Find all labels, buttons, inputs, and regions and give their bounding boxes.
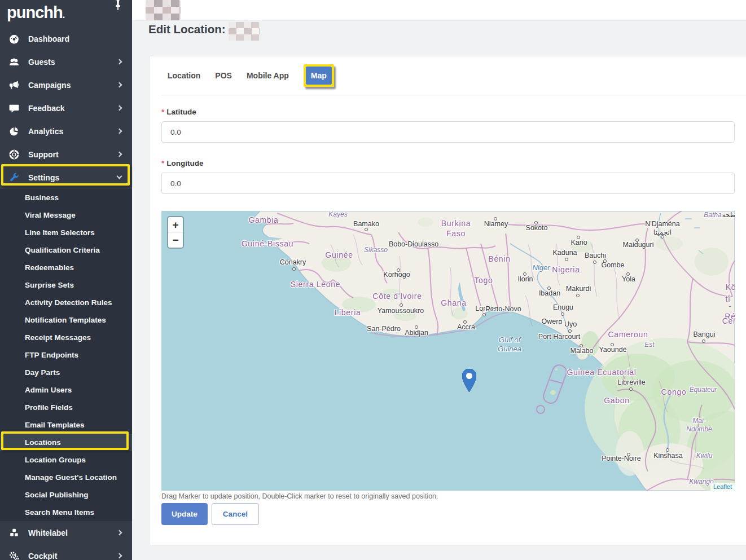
map-attribution: Leaflet <box>710 483 735 491</box>
comment-icon <box>9 103 19 113</box>
sidebar-item-label: Analytics <box>28 127 63 136</box>
redacted-blur <box>229 22 260 41</box>
chevron-right-icon <box>117 129 122 134</box>
sidebar-item-cockpit[interactable]: Cockpit <box>0 544 132 560</box>
sidebar-item-business[interactable]: Business <box>0 189 132 206</box>
map-marker[interactable] <box>462 369 476 394</box>
tab-map[interactable]: Map <box>306 67 332 85</box>
dashboard-icon <box>9 34 19 44</box>
sidebar-item-social-publishing[interactable]: Social Publishing <box>0 486 132 504</box>
sidebar-item-receipt-messages[interactable]: Receipt Messages <box>0 329 132 346</box>
settings-submenu: BusinessViral MessageLine Item Selectors… <box>0 189 132 521</box>
pin-sidebar-icon[interactable] <box>113 0 123 12</box>
sidebar-item-whitelabel[interactable]: Whitelabel <box>0 521 132 544</box>
sidebar-item-campaigns[interactable]: Campaigns <box>0 73 132 96</box>
sidebar-item-activity-detection-rules[interactable]: Activity Detection Rules <box>0 294 132 311</box>
longitude-label: *Longitude <box>161 159 204 167</box>
tab-mobile-app[interactable]: Mobile App <box>247 66 289 85</box>
sidebar-item-analytics[interactable]: Analytics <box>0 120 132 143</box>
page-title: Edit Location: <box>148 23 226 36</box>
required-mark: * <box>161 108 164 116</box>
longitude-input[interactable] <box>161 173 735 194</box>
sidebar-item-label: Guests <box>28 58 55 67</box>
latitude-label: *Latitude <box>161 108 196 116</box>
sidebar-item-guests[interactable]: Guests <box>0 50 132 73</box>
sidebar-item-label: Feedback <box>28 104 65 113</box>
sidebar-item-feedback[interactable]: Feedback <box>0 96 132 120</box>
sidebar-item-label: Campaigns <box>28 81 71 90</box>
sidebar-item-viral-message[interactable]: Viral Message <box>0 206 132 224</box>
sidebar-item-admin-users[interactable]: Admin Users <box>0 381 132 399</box>
chevron-right-icon <box>117 105 122 111</box>
edit-location-card: Location POS Mobile App Map *Latitude *L… <box>149 56 746 545</box>
update-button[interactable]: Update <box>161 503 208 525</box>
tab-location[interactable]: Location <box>168 66 200 85</box>
sidebar-item-notification-templates[interactable]: Notification Templates <box>0 311 132 329</box>
sidebar: punchh. Dashboard Guests Campaigns Feedb… <box>0 0 132 560</box>
map-base-layer <box>161 211 735 491</box>
sidebar-item-redeemables[interactable]: Redeemables <box>0 259 132 276</box>
life-ring-icon <box>9 149 19 160</box>
sidebar-item-label: Dashboard <box>28 34 69 43</box>
main-content: Edit Location: Location POS Mobile App M… <box>132 0 746 560</box>
sidebar-item-email-templates[interactable]: Email Templates <box>0 416 132 434</box>
sidebar-item-label: Support <box>28 150 59 159</box>
sidebar-item-locations[interactable]: Locations <box>0 434 132 451</box>
map-zoom-control: + − <box>167 216 184 249</box>
sidebar-item-label: Cockpit <box>28 552 57 560</box>
sidebar-item-manage-guest-s-location[interactable]: Manage Guest's Location <box>0 469 132 486</box>
required-mark: * <box>161 159 164 167</box>
wrench-icon <box>9 173 19 183</box>
chevron-right-icon <box>117 530 122 536</box>
sidebar-item-search-menu-items[interactable]: Search Menu Items <box>0 504 132 521</box>
gears-icon <box>9 551 19 560</box>
annotation-highlight-map-tab: Map <box>304 64 334 87</box>
megaphone-icon <box>9 80 19 90</box>
zoom-out-button[interactable]: − <box>168 232 183 248</box>
sidebar-item-line-item-selectors[interactable]: Line Item Selectors <box>0 224 132 241</box>
cancel-button[interactable]: Cancel <box>212 503 259 525</box>
chevron-right-icon <box>117 152 122 157</box>
sidebar-item-location-groups[interactable]: Location Groups <box>0 451 132 469</box>
chevron-right-icon <box>117 59 122 65</box>
chevron-right-icon <box>117 82 122 88</box>
divider <box>161 95 746 95</box>
cubes-icon <box>9 528 19 538</box>
sidebar-item-support[interactable]: Support <box>0 143 132 166</box>
punchh-logo: punchh. <box>7 1 64 27</box>
leaflet-link[interactable]: Leaflet <box>713 483 732 490</box>
sidebar-item-qualification-criteria[interactable]: Qualification Criteria <box>0 241 132 259</box>
top-bar <box>132 0 746 21</box>
pie-chart-icon <box>9 126 19 136</box>
map-hint-text: Drag Marker to update position, Double-C… <box>161 492 438 500</box>
leaflet-map[interactable]: GambiaGuiné-BissauGuinéeSierra LeoneLibe… <box>161 211 735 491</box>
sidebar-item-ftp-endpoints[interactable]: FTP Endpoints <box>0 346 132 364</box>
sidebar-item-settings[interactable]: Settings <box>0 166 132 189</box>
tab-bar: Location POS Mobile App Map <box>168 64 334 87</box>
sidebar-item-surprise-sets[interactable]: Surprise Sets <box>0 276 132 294</box>
sidebar-item-label: Whitelabel <box>28 528 68 537</box>
chevron-right-icon <box>117 553 122 559</box>
form-actions: Update Cancel <box>161 503 259 525</box>
latitude-input[interactable] <box>161 121 735 143</box>
tab-pos[interactable]: POS <box>215 66 232 85</box>
sidebar-item-label: Settings <box>28 173 59 182</box>
redacted-blur <box>146 0 181 20</box>
sidebar-item-day-parts[interactable]: Day Parts <box>0 364 132 381</box>
zoom-in-button[interactable]: + <box>168 217 183 232</box>
sidebar-item-profile-fields[interactable]: Profile Fields <box>0 399 132 416</box>
users-icon <box>9 57 19 67</box>
sidebar-item-dashboard[interactable]: Dashboard <box>0 27 132 50</box>
chevron-down-icon <box>117 174 122 179</box>
